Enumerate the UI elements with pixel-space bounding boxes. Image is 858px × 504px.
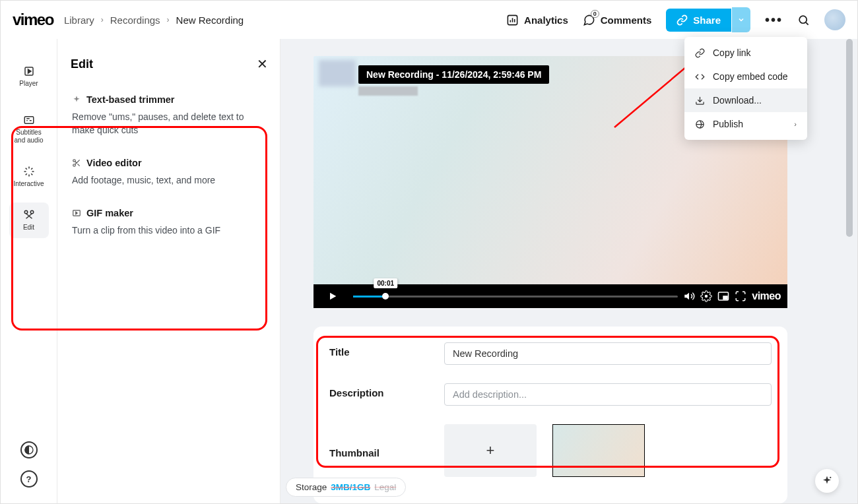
publish-icon	[695, 119, 705, 129]
svg-point-18	[705, 295, 708, 298]
svg-point-1	[799, 16, 807, 23]
share-button[interactable]: Share	[666, 9, 731, 32]
thumbnail-label: Thumbnail	[329, 443, 428, 458]
breadcrumb-recordings[interactable]: Recordings	[110, 15, 160, 26]
volume-button[interactable]	[683, 290, 695, 302]
preview-thumbnail-blur	[319, 60, 356, 86]
tool-title: GIF maker	[86, 208, 133, 218]
breadcrumb-library[interactable]: Library	[64, 15, 94, 26]
play-button[interactable]	[320, 286, 345, 307]
chevron-right-icon: ›	[794, 120, 797, 128]
progress-fill	[353, 296, 385, 298]
theme-toggle[interactable]	[20, 441, 38, 458]
edit-panel: Edit ✕ Text-based trimmer Remove "ums," …	[57, 39, 280, 503]
download-icon	[695, 96, 705, 106]
rail-subtitles[interactable]: Subtitles and audio	[9, 108, 49, 151]
share-caret-button[interactable]	[732, 7, 750, 32]
tool-gif-maker[interactable]: GIF maker Turn a clip from this video in…	[72, 208, 268, 237]
gif-icon	[72, 208, 81, 218]
svg-line-13	[75, 162, 77, 163]
analytics-label: Analytics	[524, 15, 568, 26]
tool-text-trimmer[interactable]: Text-based trimmer Remove "ums," pauses,…	[72, 94, 268, 137]
details-card: Title New Recording Description Add desc…	[314, 327, 787, 503]
svg-point-6	[24, 210, 28, 214]
tool-video-editor[interactable]: Video editor Add footage, music, text, a…	[72, 158, 268, 187]
share-dropdown: Copy link Copy embed code Download... Pu…	[684, 37, 807, 140]
code-icon	[695, 72, 705, 82]
settings-button[interactable]	[700, 290, 712, 302]
chevron-right-icon: ›	[101, 15, 104, 24]
comments-button[interactable]: 0 Comments	[583, 14, 652, 26]
menu-label: Copy link	[713, 47, 751, 58]
menu-label: Publish	[713, 119, 743, 129]
storage-ratio: 3MB/1GB	[331, 482, 370, 492]
rail-interactive-label: Interactive	[13, 180, 44, 188]
tool-desc: Remove "ums," pauses, and delete text to…	[72, 110, 268, 137]
description-label: Description	[329, 383, 428, 398]
thumbnail-preview[interactable]	[552, 424, 645, 477]
copy-embed-item[interactable]: Copy embed code	[684, 65, 807, 88]
progress-bar[interactable]: 00:01	[353, 296, 678, 298]
title-label: Title	[329, 342, 428, 358]
analytics-icon	[506, 14, 519, 26]
rail-interactive[interactable]: Interactive	[9, 159, 49, 195]
vimeo-player-logo[interactable]: vimeo	[752, 290, 781, 302]
svg-point-9	[73, 160, 76, 162]
fullscreen-button[interactable]	[735, 290, 746, 302]
tool-desc: Turn a clip from this video into a GIF	[72, 224, 268, 237]
link-icon	[676, 15, 688, 26]
svg-rect-20	[723, 296, 727, 299]
help-button[interactable]: ?	[20, 470, 38, 488]
storage-pill[interactable]: Storage 3MB/1GB Legal	[286, 478, 406, 497]
svg-line-12	[77, 164, 79, 166]
title-input[interactable]: New Recording	[444, 342, 772, 365]
analytics-button[interactable]: Analytics	[506, 14, 568, 26]
ai-sparkle-fab[interactable]	[815, 469, 839, 493]
download-item[interactable]: Download...	[684, 88, 807, 112]
svg-rect-5	[24, 117, 34, 124]
comments-icon: 0	[583, 14, 595, 26]
breadcrumb-current: New Recording	[176, 15, 244, 26]
chevron-right-icon: ›	[167, 15, 170, 24]
comments-badge: 0	[591, 10, 599, 18]
search-button[interactable]	[797, 14, 810, 26]
redacted-bar	[358, 86, 418, 96]
pip-button[interactable]	[717, 290, 729, 302]
publish-item[interactable]: Publish ›	[684, 112, 807, 136]
svg-line-2	[806, 22, 808, 24]
svg-point-10	[73, 164, 76, 167]
progress-handle[interactable]	[382, 293, 389, 299]
tool-title: Text-based trimmer	[86, 94, 175, 105]
side-rail: Player Subtitles and audio Interactive E…	[1, 39, 57, 503]
rail-edit-label: Edit	[23, 224, 34, 232]
scrollbar[interactable]	[846, 39, 853, 237]
close-panel-button[interactable]: ✕	[257, 56, 268, 72]
scissors-icon	[72, 158, 81, 168]
description-input[interactable]: Add description...	[444, 383, 772, 406]
storage-label: Storage	[296, 482, 327, 492]
tool-title: Video editor	[86, 158, 142, 168]
time-tooltip: 00:01	[374, 278, 397, 288]
breadcrumb: Library › Recordings › New Recording	[64, 15, 244, 26]
copy-link-item[interactable]: Copy link	[684, 41, 807, 65]
top-bar: vimeo Library › Recordings › New Recordi…	[1, 1, 857, 39]
sparkle-icon	[72, 95, 81, 104]
menu-label: Copy embed code	[713, 71, 788, 82]
rail-edit[interactable]: Edit	[9, 203, 49, 238]
svg-marker-15	[76, 212, 77, 214]
add-thumbnail-button[interactable]: +	[444, 424, 537, 477]
svg-point-25	[830, 477, 831, 478]
svg-marker-4	[28, 69, 31, 73]
video-controls: 00:01 vimeo	[314, 284, 787, 308]
svg-marker-17	[685, 293, 690, 300]
comments-label: Comments	[601, 15, 652, 26]
tool-desc: Add footage, music, text, and more	[72, 173, 268, 187]
rail-player[interactable]: Player	[9, 59, 49, 94]
menu-label: Download...	[713, 95, 762, 106]
vimeo-logo[interactable]: vimeo	[13, 11, 53, 29]
share-label: Share	[693, 15, 721, 26]
more-menu-button[interactable]: •••	[765, 13, 783, 28]
rail-subtitles-label: Subtitles and audio	[13, 129, 45, 144]
link-icon	[695, 48, 705, 58]
user-avatar[interactable]	[824, 9, 845, 30]
